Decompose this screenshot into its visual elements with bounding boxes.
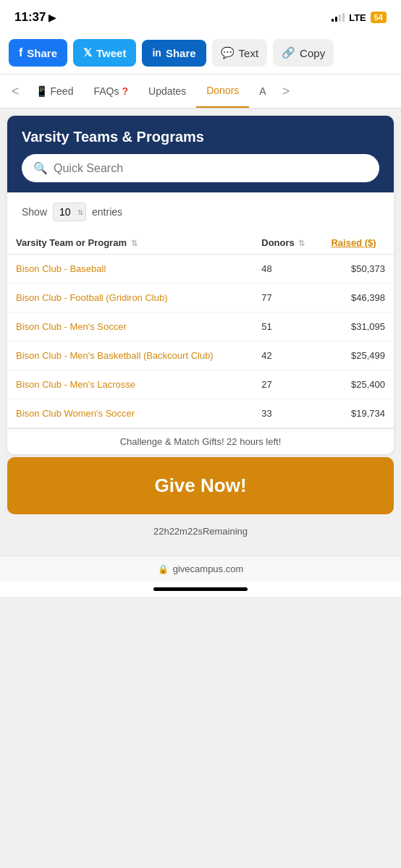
copy-label: Copy bbox=[300, 47, 325, 59]
remaining-section: 22h22m22sRemaining bbox=[7, 514, 394, 548]
team-cell[interactable]: Bison Club - Baseball bbox=[7, 255, 253, 284]
tab-feed[interactable]: 📱 Feed bbox=[25, 75, 84, 107]
tab-more[interactable]: A bbox=[249, 75, 276, 107]
give-now-section: Give Now! bbox=[7, 457, 394, 514]
varsity-title: Varsity Teams & Programs bbox=[22, 129, 379, 145]
bottom-bar: 🔒 givecampus.com bbox=[0, 556, 401, 582]
table-row: Bison Club - Men's Lacrosse 27 $25,400 bbox=[7, 370, 394, 399]
linkedin-share-button[interactable]: in Share bbox=[142, 40, 206, 67]
home-bar bbox=[153, 587, 248, 591]
team-cell[interactable]: Bison Club - Men's Soccer bbox=[7, 312, 253, 341]
status-time: 11:37 ▶ bbox=[14, 10, 56, 25]
entries-select[interactable]: 10 25 50 bbox=[53, 203, 86, 221]
nav-next-arrow[interactable]: > bbox=[277, 77, 296, 106]
team-cell[interactable]: Bison Club - Men's Lacrosse bbox=[7, 370, 253, 399]
lock-icon: 🔒 bbox=[158, 564, 169, 574]
team-cell[interactable]: Bison Club - Men's Basketball (Backcourt… bbox=[7, 341, 253, 370]
home-indicator bbox=[0, 582, 401, 597]
table-row: Bison Club - Baseball 48 $50,373 bbox=[7, 255, 394, 284]
search-input[interactable] bbox=[54, 162, 368, 175]
varsity-header: Varsity Teams & Programs 🔍 bbox=[7, 116, 394, 192]
raised-cell: $25,499 bbox=[322, 341, 394, 370]
team-cell[interactable]: Bison Club - Football (Gridiron Club) bbox=[7, 284, 253, 312]
lte-label: LTE bbox=[349, 12, 366, 23]
search-box: 🔍 bbox=[22, 154, 379, 182]
twitter-label: Tweet bbox=[96, 47, 126, 59]
table-row: Bison Club - Men's Basketball (Backcourt… bbox=[7, 341, 394, 370]
time-display: 11:37 bbox=[14, 10, 46, 25]
text-label: Text bbox=[239, 47, 259, 59]
signal-icon bbox=[332, 13, 345, 22]
search-icon: 🔍 bbox=[33, 161, 48, 175]
donors-sort-icon[interactable]: ⇅ bbox=[298, 239, 305, 247]
th-team: Varsity Team or Program ⇅ bbox=[7, 231, 253, 255]
message-icon: 💬 bbox=[221, 46, 235, 59]
varsity-table: Varsity Team or Program ⇅ Donors ⇅ Raise… bbox=[7, 231, 394, 428]
linkedin-icon: in bbox=[152, 47, 161, 59]
table-row: Bison Club - Football (Gridiron Club) 77… bbox=[7, 284, 394, 312]
location-icon: ▶ bbox=[48, 12, 56, 23]
battery-indicator: 54 bbox=[371, 12, 387, 23]
nav-prev-arrow[interactable]: < bbox=[6, 77, 25, 106]
table-row: Bison Club Women's Soccer 33 $19,734 bbox=[7, 399, 394, 428]
give-now-button[interactable]: Give Now! bbox=[22, 475, 379, 497]
remaining-text: 22h22m22sRemaining bbox=[153, 526, 248, 537]
table-controls: Show 10 25 50 entries bbox=[7, 192, 394, 231]
give-now-label: Give Now! bbox=[154, 475, 246, 496]
donors-cell: 42 bbox=[253, 341, 322, 370]
raised-cell: $50,373 bbox=[322, 255, 394, 284]
faq-badge: ? bbox=[122, 85, 128, 97]
tab-donors[interactable]: Donors bbox=[196, 75, 249, 108]
copy-link-button[interactable]: 🔗 Copy bbox=[273, 39, 334, 67]
status-bar: 11:37 ▶ LTE 54 bbox=[0, 0, 401, 32]
share-bar: f Share 𝕏 Tweet in Share 💬 Text 🔗 Copy bbox=[0, 32, 401, 75]
challenge-banner: Challenge & Match Gifts! 22 hours left! bbox=[7, 428, 394, 454]
donors-cell: 51 bbox=[253, 312, 322, 341]
raised-cell: $25,400 bbox=[322, 370, 394, 399]
twitter-share-button[interactable]: 𝕏 Tweet bbox=[73, 39, 136, 67]
site-url: givecampus.com bbox=[173, 563, 244, 574]
text-share-button[interactable]: 💬 Text bbox=[212, 39, 268, 67]
feed-icon: 📱 bbox=[35, 85, 48, 97]
challenge-text: Challenge & Match Gifts! 22 hours left! bbox=[120, 436, 282, 447]
donors-cell: 77 bbox=[253, 284, 322, 312]
main-content: Varsity Teams & Programs 🔍 Show 10 25 50… bbox=[0, 109, 401, 556]
tab-faqs[interactable]: FAQs ? bbox=[83, 75, 138, 107]
facebook-share-button[interactable]: f Share bbox=[9, 39, 67, 67]
entries-label: entries bbox=[92, 206, 122, 218]
th-raised[interactable]: Raised ($) bbox=[322, 231, 394, 255]
th-donors: Donors ⇅ bbox=[253, 231, 322, 255]
team-cell[interactable]: Bison Club Women's Soccer bbox=[7, 399, 253, 428]
entries-wrapper: 10 25 50 bbox=[53, 203, 86, 221]
twitter-icon: 𝕏 bbox=[83, 46, 92, 59]
team-sort-icon[interactable]: ⇅ bbox=[131, 239, 138, 247]
donors-cell: 27 bbox=[253, 370, 322, 399]
facebook-label: Share bbox=[27, 47, 57, 59]
raised-cell: $31,095 bbox=[322, 312, 394, 341]
linkedin-label: Share bbox=[166, 47, 196, 59]
tab-updates[interactable]: Updates bbox=[138, 75, 196, 107]
varsity-card: Varsity Teams & Programs 🔍 Show 10 25 50… bbox=[7, 116, 394, 454]
facebook-icon: f bbox=[19, 46, 22, 59]
link-icon: 🔗 bbox=[282, 46, 295, 59]
show-label: Show bbox=[22, 206, 47, 218]
raised-cell: $19,734 bbox=[322, 399, 394, 428]
donors-cell: 48 bbox=[253, 255, 322, 284]
navigation-tabs: < 📱 Feed FAQs ? Updates Donors A > bbox=[0, 75, 401, 109]
raised-cell: $46,398 bbox=[322, 284, 394, 312]
status-right: LTE 54 bbox=[332, 12, 387, 23]
donors-cell: 33 bbox=[253, 399, 322, 428]
table-row: Bison Club - Men's Soccer 51 $31,095 bbox=[7, 312, 394, 341]
